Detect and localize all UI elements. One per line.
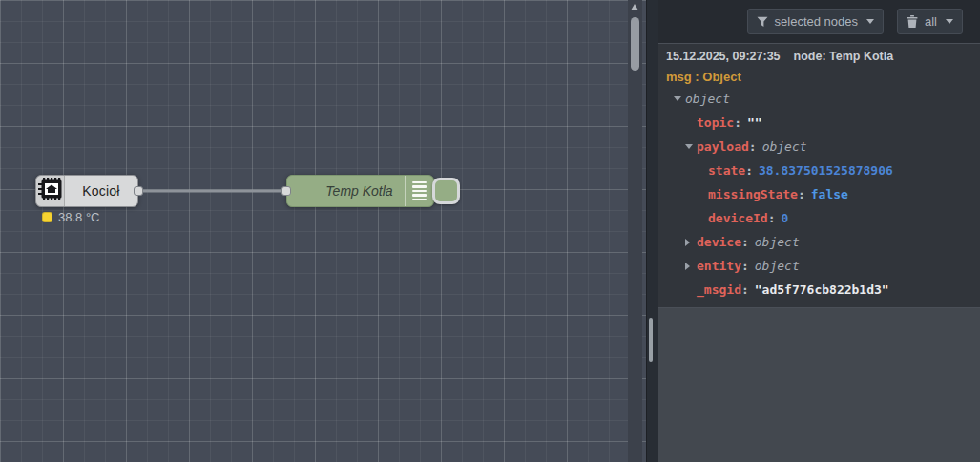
node-status: 38.8 °C: [42, 210, 100, 224]
expand-icon[interactable]: [685, 262, 697, 270]
tree-key: missingState: [708, 187, 798, 201]
tree-row[interactable]: payload:object: [666, 135, 972, 158]
debug-message[interactable]: 15.12.2025, 09:27:35 node: Temp Kotla ms…: [658, 43, 980, 308]
tree-colon: :: [745, 163, 753, 178]
tree-key: topic: [697, 116, 734, 130]
canvas-vertical-scrollbar[interactable]: [628, 0, 642, 462]
json-tree: objecttopic:""payload:objectstate:38.837…: [666, 87, 972, 302]
tree-key: device: [697, 235, 741, 249]
collapse-icon[interactable]: [685, 144, 697, 149]
debug-list-icon: [412, 181, 427, 201]
tree-colon: :: [741, 235, 749, 249]
debug-message-meta: 15.12.2025, 09:27:35 node: Temp Kotla: [666, 49, 972, 65]
tree-row: topic:"": [666, 111, 972, 135]
clear-messages-label: all: [925, 14, 937, 29]
node-temp-kotla[interactable]: Temp Kotla: [286, 175, 434, 207]
node-red-app: Kocioł 38.8 °C Temp Kotla: [0, 0, 980, 462]
tree-value: "ad5f776cb822b1d3": [755, 283, 889, 297]
tree-value: object: [762, 139, 807, 154]
tree-value: 38.837501525878906: [759, 163, 893, 178]
tree-value: object: [685, 92, 730, 106]
tree-row[interactable]: device:object: [666, 230, 972, 254]
tree-value: "": [747, 116, 762, 130]
debug-sidebar: selected nodes all: [658, 0, 980, 462]
flow-canvas[interactable]: Kocioł 38.8 °C Temp Kotla: [0, 0, 646, 462]
tree-colon: :: [741, 259, 749, 273]
divider-grip-handle[interactable]: [649, 318, 653, 362]
scroll-up-arrow-icon[interactable]: [631, 4, 638, 10]
input-port-temp-kotla[interactable]: [281, 186, 291, 196]
node-kociol[interactable]: Kocioł: [35, 175, 138, 207]
message-timestamp: 15.12.2025, 09:27:35: [666, 49, 781, 65]
tree-row[interactable]: entity:object: [666, 254, 972, 278]
tree-row: state:38.837501525878906: [666, 158, 972, 182]
message-source-node: node: Temp Kotla: [794, 49, 894, 65]
scrollbar-thumb[interactable]: [631, 17, 639, 71]
sidebar-resize-divider[interactable]: [646, 0, 658, 462]
status-dot-icon: [42, 212, 52, 222]
chevron-down-icon: [866, 19, 874, 24]
tree-key: deviceId: [708, 211, 768, 225]
debug-sidebar-empty-area: [658, 308, 980, 462]
node-kociol-label: Kocioł: [65, 183, 137, 199]
tree-row: missingState:false: [666, 182, 972, 206]
node-icon-section: [36, 176, 65, 206]
expand-icon[interactable]: [685, 239, 697, 246]
chip-home-icon: [38, 177, 63, 205]
tree-row[interactable]: object: [666, 87, 972, 111]
collapse-icon[interactable]: [674, 96, 685, 101]
tree-value: 0: [781, 211, 788, 225]
tree-colon: :: [768, 211, 776, 225]
tree-key: _msgid: [697, 283, 741, 297]
debug-toggle-button[interactable]: [432, 178, 460, 204]
clear-messages-button[interactable]: all: [897, 9, 963, 34]
tree-value: false: [811, 187, 848, 201]
funnel-icon: [757, 16, 768, 28]
debug-message-list: 15.12.2025, 09:27:35 node: Temp Kotla ms…: [658, 43, 980, 308]
tree-colon: :: [798, 187, 805, 201]
tree-key: payload: [697, 139, 749, 154]
tree-row: deviceId:0: [666, 206, 972, 230]
tree-key: state: [708, 163, 745, 178]
filter-nodes-button[interactable]: selected nodes: [747, 9, 884, 34]
message-path: msg : Object: [666, 68, 972, 87]
node-temp-kotla-label: Temp Kotla: [287, 176, 405, 206]
debug-icon-section: [405, 176, 433, 206]
tree-colon: :: [749, 139, 757, 154]
tree-value: object: [755, 235, 800, 249]
status-text: 38.8 °C: [58, 210, 100, 224]
tree-value: object: [755, 259, 800, 273]
tree-key: entity: [697, 259, 741, 273]
output-port-kociol[interactable]: [134, 186, 143, 196]
tree-row: _msgid:"ad5f776cb822b1d3": [666, 278, 972, 302]
tree-colon: :: [741, 283, 749, 297]
trash-icon: [907, 15, 918, 28]
debug-sidebar-toolbar: selected nodes all: [658, 0, 980, 43]
wire-layer: [0, 0, 646, 462]
tree-colon: :: [734, 116, 741, 130]
chevron-down-icon: [946, 19, 953, 24]
filter-nodes-label: selected nodes: [775, 14, 858, 29]
